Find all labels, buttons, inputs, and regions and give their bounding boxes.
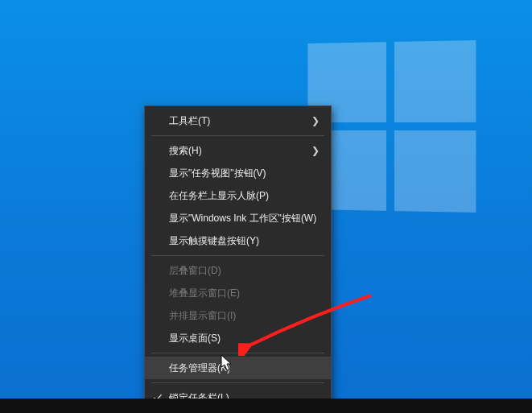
- menu-item-label: 在任务栏上显示人脉(P): [169, 189, 320, 203]
- taskbar[interactable]: [0, 399, 532, 413]
- menu-item-show-ink[interactable]: 显示"Windows Ink 工作区"按钮(W): [145, 207, 331, 229]
- chevron-right-icon: ❯: [311, 145, 320, 156]
- menu-item-search[interactable]: 搜索(H) ❯: [145, 139, 331, 162]
- menu-item-task-manager[interactable]: 任务管理器(K): [145, 357, 331, 379]
- menu-item-label: 显示"任务视图"按钮(V): [169, 167, 320, 180]
- menu-separator: [151, 135, 324, 136]
- menu-separator: [151, 382, 324, 383]
- menu-item-label: 并排显示窗口(I): [169, 309, 320, 323]
- menu-separator: [151, 255, 324, 256]
- menu-item-side-by-side: 并排显示窗口(I): [145, 304, 331, 327]
- menu-item-show-touch-keyboard[interactable]: 显示触摸键盘按钮(Y): [145, 229, 331, 252]
- menu-item-cascade: 层叠窗口(D): [145, 259, 331, 282]
- desktop[interactable]: 工具栏(T) ❯ 搜索(H) ❯ 显示"任务视图"按钮(V) 在任务栏上显示人脉…: [0, 0, 532, 413]
- menu-item-label: 层叠窗口(D): [169, 264, 320, 278]
- menu-item-label: 工具栏(T): [169, 114, 311, 128]
- taskbar-context-menu: 工具栏(T) ❯ 搜索(H) ❯ 显示"任务视图"按钮(V) 在任务栏上显示人脉…: [144, 105, 332, 413]
- menu-item-label: 任务管理器(K): [169, 361, 320, 375]
- chevron-right-icon: ❯: [311, 115, 320, 126]
- menu-item-label: 显示触摸键盘按钮(Y): [169, 234, 320, 248]
- windows-logo: [307, 40, 476, 213]
- menu-item-label: 显示桌面(S): [169, 332, 320, 345]
- menu-item-stacked: 堆叠显示窗口(E): [145, 282, 331, 304]
- menu-separator: [151, 353, 324, 353]
- menu-item-label: 堆叠显示窗口(E): [169, 287, 320, 300]
- menu-item-show-task-view[interactable]: 显示"任务视图"按钮(V): [145, 162, 331, 184]
- menu-item-label: 显示"Windows Ink 工作区"按钮(W): [169, 212, 320, 225]
- menu-item-label: 搜索(H): [169, 144, 311, 158]
- menu-item-show-desktop[interactable]: 显示桌面(S): [145, 327, 331, 349]
- menu-item-toolbars[interactable]: 工具栏(T) ❯: [145, 109, 331, 132]
- menu-item-show-people[interactable]: 在任务栏上显示人脉(P): [145, 184, 331, 207]
